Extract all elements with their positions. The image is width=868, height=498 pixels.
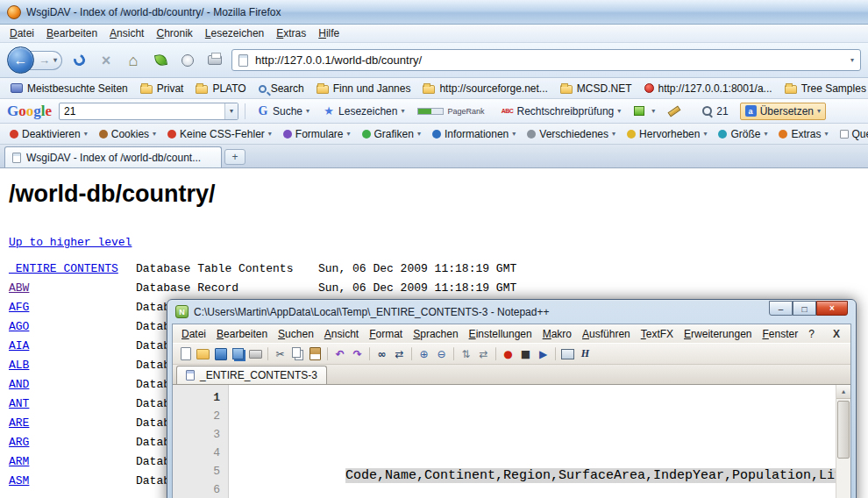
zoom-in-icon[interactable]: ⊕ [416,346,431,361]
history-extension-button[interactable] [177,50,198,71]
bookmark-item[interactable]: PLATO [190,81,251,96]
scrollbar-thumb[interactable] [837,401,850,459]
entry-link[interactable]: AIA [9,339,29,352]
entry-link[interactable]: _ENTIRE CONTENTS [9,262,118,275]
separator[interactable] [453,347,454,360]
maximize-button[interactable]: □ [793,301,816,316]
webdev-menu-item[interactable]: Formulare ▾ [279,126,355,142]
minimize-button[interactable]: – [769,301,793,316]
vertical-scrollbar[interactable]: ▲ [836,385,850,498]
webdev-menu-item[interactable]: Größe ▾ [714,126,772,142]
entry-link[interactable]: ABW [9,281,29,295]
separator[interactable] [555,347,556,360]
print-button[interactable] [204,50,225,71]
menu-item[interactable]: Ansicht [319,326,364,342]
reload-button[interactable] [68,50,89,71]
bookmark-item[interactable]: http://sourceforge.net... [417,81,552,96]
zoom-out-icon[interactable]: ⊖ [434,346,449,361]
separator[interactable] [369,347,370,360]
sync-horizontal-icon[interactable]: ⇄ [476,346,491,361]
firefox-titlebar[interactable]: WsgiDAV - Index of /world-db/country/ - … [0,0,868,25]
bookmark-item[interactable]: Privat [135,81,189,96]
menu-item[interactable]: Ansicht [103,25,150,41]
webdev-menu-item[interactable]: Keine CSS-Fehler ▾ [163,126,276,142]
menu-item[interactable]: Einstellungen [464,326,537,342]
entry-link[interactable]: ARE [9,416,29,430]
pagerank-indicator[interactable]: PageRank [412,104,493,118]
google-search-input[interactable] [60,105,224,117]
new-tab-button[interactable]: + [224,149,245,165]
menu-item[interactable]: ? [803,326,820,342]
bookmark-item[interactable]: Tree Samples [779,81,868,96]
menu-item[interactable]: Sprachen [408,326,463,342]
webdev-menu-item[interactable]: Hervorheben ▾ [623,126,711,142]
separator[interactable] [267,347,268,360]
save-all-icon[interactable] [231,346,245,361]
separator[interactable] [327,347,328,360]
sage-extension-button[interactable] [150,50,171,71]
document-tab[interactable]: _ENTIRE_CONTENTS-3 [176,366,327,384]
webdev-menu-item[interactable]: Verschiedenes ▾ [523,126,620,142]
pencil-button[interactable] [663,103,693,120]
menu-item[interactable]: TextFX [636,326,679,342]
copy-icon[interactable] [290,346,305,361]
doc-monitor-icon[interactable] [560,346,575,361]
play-macro-icon[interactable]: ▶ [536,346,551,361]
menu-item[interactable]: Chronik [150,25,198,41]
paste-icon[interactable] [308,346,323,361]
google-search-button[interactable]: G Suche ▾ [252,103,315,120]
webdev-menu-item[interactable]: Cookies ▾ [95,126,160,142]
open-folder-icon[interactable] [196,346,210,361]
history-dropdown-icon[interactable]: ▾ [53,56,57,64]
menu-item[interactable]: Datei [176,326,211,342]
bookmark-item[interactable]: http://127.0.0.1:8001/a... [639,81,778,96]
entry-link[interactable]: ASM [9,474,29,487]
close-button[interactable]: × [816,301,848,316]
replace-icon[interactable]: ⇄ [392,346,407,361]
stop-macro-icon[interactable]: ■ [518,346,533,361]
print-icon[interactable] [248,346,263,361]
bookmark-item[interactable]: Meistbesuchte Seiten [5,81,133,96]
new-file-icon[interactable] [178,346,193,361]
up-to-higher-level-link[interactable]: Up to higher level [9,236,132,249]
separator[interactable] [411,347,412,360]
scroll-up-arrow[interactable]: ▲ [836,385,850,399]
entry-link[interactable]: ARG [9,436,29,449]
menu-item[interactable]: Makro [537,326,577,342]
bookmark-item[interactable]: Search [253,81,309,96]
menu-item[interactable]: Format [364,326,408,342]
entry-link[interactable]: AND [9,378,29,391]
stop-button[interactable]: × [96,50,117,71]
webdev-menu-item[interactable]: Deaktivieren ▾ [5,126,92,142]
webdev-menu-item[interactable]: Informationen ▾ [428,126,520,142]
find-icon[interactable]: ∞ [374,346,389,361]
entry-link[interactable]: AFG [9,301,29,314]
google-bookmarks-button[interactable]: ★ Lesezeichen ▾ [317,103,409,120]
spellcheck-button[interactable]: ABC Rechtschreibprüfung ▾ [496,103,627,120]
highlighter-button[interactable]: ▾ [629,103,660,118]
browser-tab[interactable]: WsgiDAV - Index of /world-db/count... [4,146,222,167]
editor-area[interactable]: 1 2 3 4 [173,385,850,498]
close-document-button[interactable]: X [826,328,847,340]
save-icon[interactable] [213,346,228,361]
menu-item[interactable]: Extras [270,25,312,41]
webdev-menu-item[interactable]: Extras ▾ [774,126,832,142]
home-button[interactable]: ⌂ [123,50,144,71]
entry-link[interactable]: AGO [9,320,29,333]
entry-link[interactable]: ANT [9,397,29,410]
translate-button[interactable]: a Übersetzen ▾ [740,103,826,120]
webdev-menu-item[interactable]: Grafiken ▾ [358,126,425,142]
separator[interactable] [495,347,496,360]
menu-item[interactable]: Fenster [757,326,803,342]
bookmark-item[interactable]: MCSD.NET [555,81,637,96]
menu-item[interactable]: Lesezeichen [199,25,270,41]
menu-item[interactable]: Erweiterungen [679,326,757,342]
entry-link[interactable]: ALB [9,359,29,372]
menu-item[interactable]: Datei [4,25,40,41]
menu-item[interactable]: Suchen [273,326,319,342]
record-macro-icon[interactable]: ● [501,346,516,361]
back-button[interactable]: ← [7,46,34,74]
redo-icon[interactable]: ↷ [350,346,365,361]
menu-item[interactable]: Bearbeiten [211,326,273,342]
menu-item[interactable]: Hilfe [312,25,345,41]
